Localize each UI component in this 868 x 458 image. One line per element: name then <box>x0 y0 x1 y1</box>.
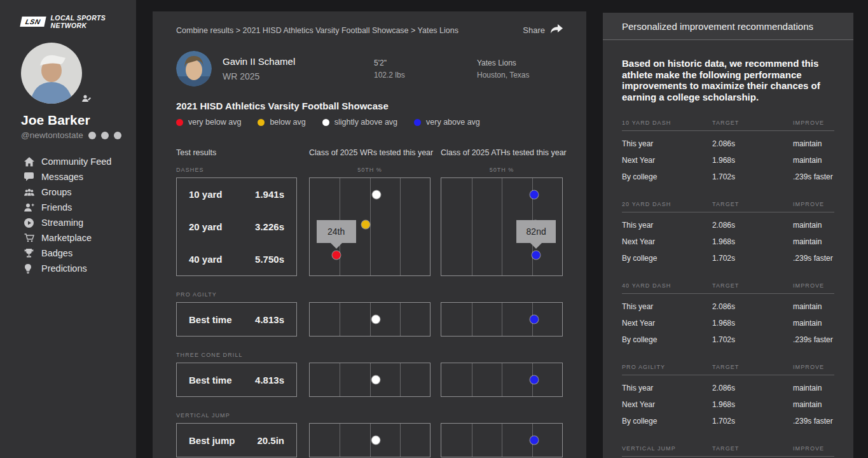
test-result-row: Best time4.813s <box>189 314 284 325</box>
social-link-icon[interactable] <box>114 132 121 139</box>
athlete-name: Gavin II Schamel <box>223 56 324 67</box>
ath-percentile-chart <box>441 302 563 337</box>
sidebar-item-messages[interactable]: Messages <box>21 169 136 184</box>
percentile-header-ath: 50TH % <box>441 167 563 173</box>
test-result-value: 5.750s <box>255 254 284 265</box>
test-result-row: Best time4.813s <box>189 375 284 385</box>
rec-target-value: 1.702s <box>712 417 793 426</box>
percentile-header-wr: 50TH % <box>309 167 431 173</box>
edit-profile-icon[interactable] <box>82 95 91 102</box>
rec-improve-header: IMPROVE <box>793 120 834 126</box>
sidebar-item-marketplace[interactable]: Marketplace <box>21 230 136 246</box>
gridline <box>502 424 502 457</box>
rec-table-header: 20 YARD DASHTARGETIMPROVE <box>622 201 834 212</box>
result-dot-yellow[interactable] <box>361 221 369 229</box>
sidebar-item-streaming[interactable]: Streaming <box>21 215 136 230</box>
gridline <box>340 424 340 457</box>
rec-table-name: 40 YARD DASH <box>622 282 712 289</box>
sidebar-item-predictions[interactable]: Predictions <box>21 261 136 276</box>
rec-row: This year2.086smaintain <box>622 135 834 152</box>
rec-improve-value: maintain <box>793 400 834 409</box>
result-dot-white[interactable] <box>371 376 380 384</box>
result-dot-blue[interactable] <box>530 191 539 199</box>
gridline <box>370 303 371 336</box>
wr-percentile-chart <box>309 423 431 457</box>
rec-target-value: 1.968s <box>712 319 793 328</box>
share-button[interactable]: Share <box>523 24 563 36</box>
result-dot-white[interactable] <box>371 316 380 324</box>
athlete-position: WR 2025 <box>223 71 324 81</box>
rec-improve-value: .239s faster <box>793 172 834 181</box>
rec-table-40-yard-dash: 40 YARD DASHTARGETIMPROVEThis year2.086s… <box>622 282 834 348</box>
sidebar-item-friends[interactable]: Friends <box>21 200 136 215</box>
gridline <box>502 303 502 336</box>
gridline <box>400 178 401 275</box>
result-dot-blue[interactable] <box>532 251 541 259</box>
athlete-team: Yates Lions <box>477 59 530 67</box>
gridline <box>400 424 401 457</box>
rec-target-header: TARGET <box>712 445 793 452</box>
social-link-icon[interactable] <box>88 132 96 139</box>
lightbulb-icon <box>24 264 34 274</box>
legend-slightly-above-avg: slightly above avg <box>322 118 397 127</box>
rec-table-vertical-jump: VERTICAL JUMPTARGETIMPROVEThis year21.0i… <box>622 445 834 458</box>
breadcrumb[interactable]: Combine results > 2021 HISD Athletics Va… <box>176 26 458 35</box>
gridline <box>340 363 340 396</box>
test-result-row: 20 yard3.226s <box>189 221 284 232</box>
percentile-tooltip: 82nd <box>516 220 556 243</box>
athlete-height: 5'2" <box>374 59 463 67</box>
rec-improve-value: maintain <box>793 384 834 392</box>
rec-improve-value: maintain <box>793 221 834 230</box>
gridline <box>370 363 371 396</box>
rec-row-label: Next Year <box>622 400 712 409</box>
rec-row-label: This year <box>622 384 712 392</box>
column-header-test-results: Test results <box>176 148 216 157</box>
rec-target-value: 1.968s <box>712 156 793 165</box>
rec-improve-header: IMPROVE <box>793 282 834 289</box>
play-circle-icon <box>24 218 34 228</box>
sidebar-item-badges[interactable]: Badges <box>21 246 136 261</box>
athlete-location: Houston, Texas <box>477 71 530 80</box>
lsn-logo-text: LOCAL SPORTS NETWORK <box>51 14 137 29</box>
rec-improve-header: IMPROVE <box>793 201 834 207</box>
result-dot-white[interactable] <box>372 191 380 199</box>
athlete-photo <box>176 51 212 87</box>
rec-target-value: 2.086s <box>712 384 793 392</box>
test-result-label: Best time <box>189 375 232 385</box>
result-dot-blue[interactable] <box>530 316 539 324</box>
social-link-icon[interactable] <box>101 132 109 139</box>
result-dot-red[interactable] <box>332 251 340 259</box>
test-result-value: 20.5in <box>257 435 284 446</box>
rec-table-10-yard-dash: 10 YARD DASHTARGETIMPROVEThis year2.086s… <box>622 120 834 185</box>
rec-row-label: This year <box>622 302 712 311</box>
test-result-label: 20 yard <box>189 221 223 232</box>
test-section-dashes: DASHES50TH %50TH %10 yard1.941s20 yard3.… <box>176 167 563 276</box>
percentile-legend: very below avg below avg slightly above … <box>176 118 563 127</box>
legend-very-below-avg: very below avg <box>176 118 241 127</box>
rec-improve-value: maintain <box>793 302 834 311</box>
rec-row-label: Next Year <box>622 237 712 246</box>
rec-table-pro-agility: PRO AGILITYTARGETIMPROVEThis year2.086sm… <box>622 364 834 429</box>
rec-table-header: 40 YARD DASHTARGETIMPROVE <box>622 282 834 294</box>
result-dot-blue[interactable] <box>530 436 539 445</box>
rec-row-label: This year <box>622 139 712 148</box>
rec-row-label: Next Year <box>622 319 712 328</box>
wr-percentile-chart: 24th <box>309 177 431 276</box>
rec-row: By college1.702s.239s faster <box>622 250 834 267</box>
test-result-label: 40 yard <box>189 254 223 265</box>
result-dot-white[interactable] <box>371 436 380 445</box>
rec-target-header: TARGET <box>712 364 793 370</box>
rec-improve-value: .239s faster <box>793 254 834 263</box>
test-section-three-cone-drill: THREE CONE DRILLBest time4.813s <box>176 352 563 397</box>
wr-percentile-chart <box>309 302 431 337</box>
sidebar-item-community-feed[interactable]: Community Feed <box>21 154 136 169</box>
result-dot-blue[interactable] <box>530 376 539 384</box>
profile-photo <box>21 43 82 104</box>
rec-row: Next Year1.968smaintain <box>622 233 834 250</box>
rec-row: Next Year1.968smaintain <box>622 152 834 169</box>
rec-improve-value: .239s faster <box>793 417 834 426</box>
test-result-label: 10 yard <box>189 189 223 200</box>
column-header-wr: Class of 2025 WRs tested this year <box>309 148 431 157</box>
sidebar-item-groups[interactable]: Groups <box>21 184 136 200</box>
test-results-box: Best time4.813s <box>176 363 297 397</box>
